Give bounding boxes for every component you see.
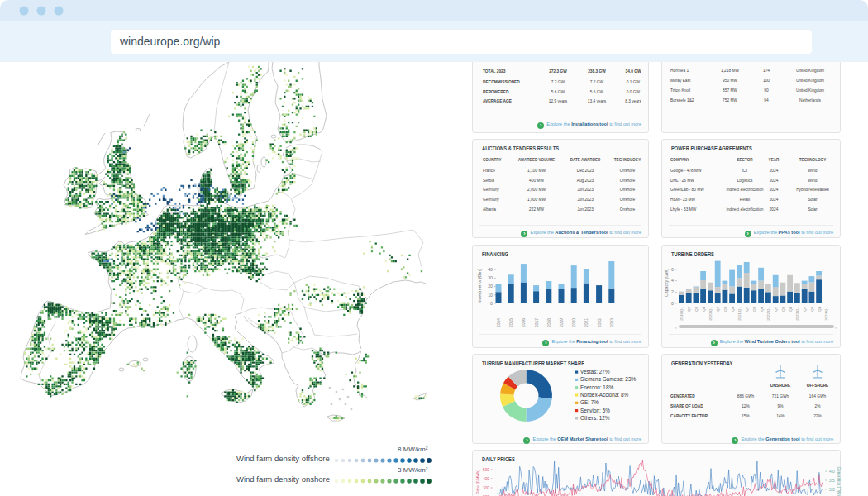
svg-text:Q4: Q4: [702, 306, 706, 311]
svg-text:GE: 7%: GE: 7%: [580, 399, 599, 405]
svg-text:‹: ‹: [675, 325, 677, 330]
svg-text:Q4: Q4: [731, 306, 735, 311]
svg-text:›: ›: [835, 325, 837, 330]
svg-text:Q2: Q2: [774, 306, 778, 311]
svg-text:Q2: Q2: [803, 306, 807, 311]
svg-text:2018: 2018: [547, 318, 551, 327]
svg-text:300: 300: [483, 486, 489, 490]
svg-text:2015: 2015: [509, 318, 513, 327]
svg-text:Q2: Q2: [716, 306, 720, 311]
svg-text:2020: 2020: [572, 318, 576, 327]
svg-text:Vestas: 27%: Vestas: 27%: [580, 369, 610, 374]
svg-text:2019: 2019: [560, 318, 564, 327]
svg-text:2022: 2022: [598, 318, 602, 327]
svg-text:2023 Q1: 2023 Q1: [795, 306, 799, 320]
svg-text:2: 2: [671, 289, 674, 294]
svg-text:2021 Q1: 2021 Q1: [737, 306, 742, 320]
svg-text:2014: 2014: [497, 318, 501, 327]
svg-text:0: 0: [490, 301, 493, 306]
svg-text:3.0: 3.0: [829, 488, 835, 492]
svg-text:Q2: Q2: [745, 306, 749, 311]
svg-text:2016: 2016: [522, 318, 526, 327]
svg-text:40: 40: [488, 267, 493, 272]
svg-text:2020 Q1: 2020 Q1: [708, 306, 713, 320]
svg-text:Price (€/MWh): Price (€/MWh): [476, 470, 480, 494]
svg-text:Q3: Q3: [810, 306, 814, 311]
svg-text:Capacity (GW): Capacity (GW): [664, 269, 669, 297]
svg-text:Enercon: 18%: Enercon: 18%: [580, 384, 613, 390]
svg-text:3.5: 3.5: [829, 479, 835, 483]
svg-text:Q4: Q4: [818, 306, 822, 311]
svg-text:Nordex-Acciona: 8%: Nordex-Acciona: 8%: [580, 392, 629, 398]
svg-text:Q3: Q3: [694, 306, 699, 311]
svg-text:400: 400: [483, 477, 489, 481]
svg-text:2022 Q1: 2022 Q1: [766, 306, 770, 320]
svg-text:Investments (€bn): Investments (€bn): [477, 269, 482, 303]
svg-text:Senvion: 5%: Senvion: 5%: [580, 408, 610, 413]
svg-text:Q3: Q3: [752, 306, 756, 311]
svg-text:Siemens Gamesa: 23%: Siemens Gamesa: 23%: [580, 376, 636, 382]
svg-text:20: 20: [488, 284, 493, 289]
svg-text:Q3: Q3: [723, 306, 727, 311]
svg-text:2017: 2017: [535, 318, 539, 327]
svg-text:Q4: Q4: [760, 306, 764, 311]
svg-text:4.0: 4.0: [829, 470, 835, 474]
svg-text:Generation (TWh): Generation (TWh): [837, 467, 841, 496]
svg-text:2019 Q1: 2019 Q1: [680, 306, 684, 320]
svg-text:Q3: Q3: [781, 306, 785, 311]
svg-text:2021: 2021: [584, 318, 589, 327]
svg-text:2024 Q1: 2024 Q1: [824, 306, 828, 320]
svg-text:500: 500: [483, 468, 489, 472]
svg-text:2023: 2023: [610, 318, 614, 327]
svg-text:Q4: Q4: [789, 306, 793, 311]
svg-text:Others: 12%: Others: 12%: [580, 415, 610, 421]
svg-text:4: 4: [671, 278, 674, 283]
svg-text:10: 10: [488, 293, 493, 298]
svg-text:0: 0: [671, 301, 674, 306]
svg-text:Q2: Q2: [687, 306, 691, 311]
svg-text:6: 6: [671, 267, 674, 272]
svg-text:30: 30: [488, 275, 493, 280]
